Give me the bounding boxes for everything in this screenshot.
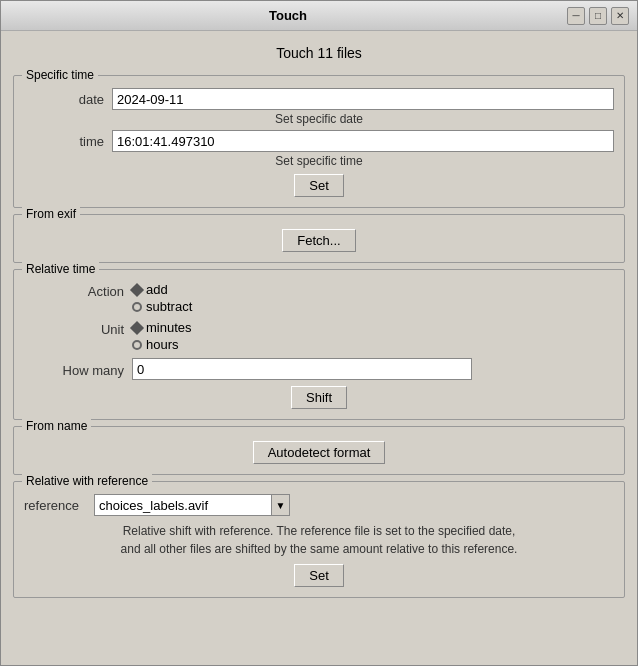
minimize-button[interactable]: ─ [567,7,585,25]
relative-time-label: Relative time [22,262,99,276]
reference-description: Relative shift with reference. The refer… [24,522,614,558]
minutes-label: minutes [146,320,192,335]
specific-time-set-button[interactable]: Set [294,174,344,197]
reference-row: reference ▼ [24,494,614,516]
page-title: Touch 11 files [13,41,625,69]
shift-row: Shift [24,386,614,409]
close-button[interactable]: ✕ [611,7,629,25]
autodetect-row: Autodetect format [24,441,614,464]
specific-time-set-row: Set [24,174,614,197]
date-row: date [24,88,614,110]
specific-time-label: Specific time [22,68,98,82]
unit-row: Unit minutes hours [24,320,614,352]
reference-select-wrapper: ▼ [94,494,290,516]
unit-minutes-item[interactable]: minutes [132,320,192,335]
time-input[interactable] [112,130,614,152]
unit-label: Unit [24,320,124,337]
how-many-row: How many [24,358,614,380]
add-label: add [146,282,168,297]
window-content: Touch 11 files Specific time date Set sp… [1,31,637,665]
time-hint: Set specific time [24,154,614,168]
action-radio-group: add subtract [132,282,192,314]
from-name-group: From name Autodetect format [13,426,625,475]
reference-set-row: Set [24,564,614,587]
action-add-item[interactable]: add [132,282,192,297]
date-input[interactable] [112,88,614,110]
relative-with-reference-group: Relative with reference reference ▼ Rela… [13,481,625,598]
unit-hours-item[interactable]: hours [132,337,192,352]
reference-label: reference [24,498,94,513]
maximize-button[interactable]: □ [589,7,607,25]
how-many-label: How many [24,361,124,378]
autodetect-button[interactable]: Autodetect format [253,441,386,464]
time-row: time [24,130,614,152]
reference-dropdown-icon[interactable]: ▼ [272,494,290,516]
hours-label: hours [146,337,179,352]
minutes-radio-icon [130,320,144,334]
shift-button[interactable]: Shift [291,386,347,409]
action-label: Action [24,282,124,299]
window-title: Touch [9,8,567,23]
relative-time-group: Relative time Action add subtract Unit [13,269,625,420]
fetch-row: Fetch... [24,229,614,252]
from-name-label: From name [22,419,91,433]
add-radio-icon [130,282,144,296]
date-hint: Set specific date [24,112,614,126]
from-exif-group: From exif Fetch... [13,214,625,263]
subtract-radio-icon [132,302,142,312]
date-label: date [24,92,104,107]
time-label: time [24,134,104,149]
window: Touch ─ □ ✕ Touch 11 files Specific time… [0,0,638,666]
specific-time-group: Specific time date Set specific date tim… [13,75,625,208]
from-exif-label: From exif [22,207,80,221]
window-controls: ─ □ ✕ [567,7,629,25]
relative-with-reference-label: Relative with reference [22,474,152,488]
title-bar: Touch ─ □ ✕ [1,1,637,31]
how-many-input[interactable] [132,358,472,380]
subtract-label: subtract [146,299,192,314]
fetch-button[interactable]: Fetch... [282,229,355,252]
action-subtract-item[interactable]: subtract [132,299,192,314]
reference-set-button[interactable]: Set [294,564,344,587]
hours-radio-icon [132,340,142,350]
unit-radio-group: minutes hours [132,320,192,352]
reference-select[interactable] [94,494,272,516]
action-row: Action add subtract [24,282,614,314]
